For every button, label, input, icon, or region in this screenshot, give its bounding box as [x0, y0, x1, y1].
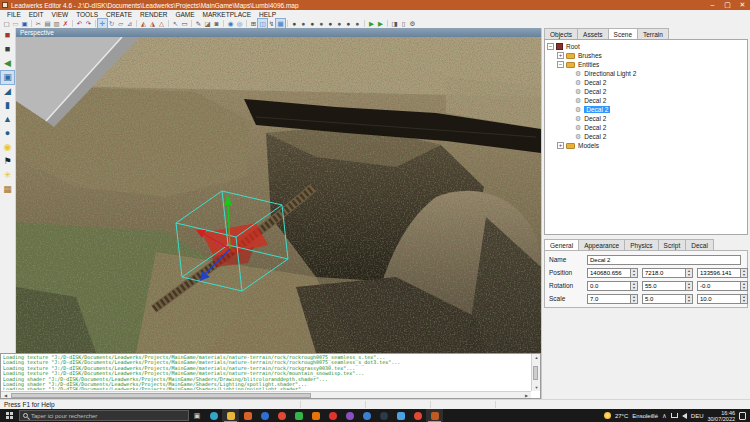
taskbar-app-edge[interactable]	[205, 409, 222, 422]
expander-icon[interactable]: +	[557, 52, 564, 59]
taskbar-app-chrome-profile[interactable]	[409, 409, 426, 422]
tree-item-decal[interactable]: ⚙ Decal 2	[545, 87, 747, 96]
tab-objects[interactable]: Objects	[544, 28, 578, 39]
face-mode-icon[interactable]: △	[157, 19, 166, 28]
spin-down-icon[interactable]: ▼	[741, 299, 747, 304]
minimize-button[interactable]: –	[705, 0, 720, 10]
window-icon[interactable]: ▯	[399, 19, 408, 28]
tab-scene[interactable]: Scene	[608, 28, 638, 39]
spinner[interactable]: ▲▼	[631, 268, 638, 278]
maximize-button[interactable]: ▢	[720, 0, 735, 10]
run-debug-icon[interactable]: ▶	[376, 19, 385, 28]
publish-icon[interactable]: ◨	[390, 19, 399, 28]
spinner[interactable]: ▲▼	[741, 268, 748, 278]
edge-mode-icon[interactable]: ◮	[148, 19, 157, 28]
menu-render[interactable]: RENDER	[136, 10, 171, 19]
menu-edit[interactable]: EDIT	[25, 10, 48, 19]
spin-down-icon[interactable]: ▼	[741, 286, 747, 291]
taskbar-app-weather[interactable]	[256, 409, 273, 422]
taskbar-app-whatsapp[interactable]	[290, 409, 307, 422]
tree-item-decal[interactable]: ⚙ Decal 2	[545, 96, 747, 105]
undo-icon[interactable]: ↶	[75, 19, 84, 28]
layout-icon[interactable]: ◫	[258, 19, 267, 28]
shading-sphere-icon[interactable]: ●	[353, 19, 362, 28]
shading-sphere-icon[interactable]: ●	[335, 19, 344, 28]
position-z-field[interactable]	[697, 268, 741, 278]
shading-sphere-icon[interactable]: ●	[299, 19, 308, 28]
delete-icon[interactable]: ✗	[61, 19, 70, 28]
tree-item-decal-selected[interactable]: ⚙ Decal 2	[545, 105, 747, 114]
spinner[interactable]: ▲▼	[741, 294, 748, 304]
tab-appearance[interactable]: Appearance	[578, 239, 625, 250]
fill-icon[interactable]: ◪	[203, 19, 212, 28]
paste-icon[interactable]: ▥	[52, 19, 61, 28]
network-icon[interactable]	[671, 413, 678, 418]
tree-item-entities[interactable]: − Entities	[545, 60, 747, 69]
arrow-tool-icon[interactable]: ◀	[1, 57, 14, 70]
expander-icon[interactable]: +	[557, 142, 564, 149]
tab-script[interactable]: Script	[658, 239, 687, 250]
cone-primitive-icon[interactable]: ▲	[1, 113, 14, 126]
save-icon[interactable]: ▣	[20, 19, 29, 28]
pivot-entity-icon[interactable]: ⚑	[1, 155, 14, 168]
zoom-out-icon[interactable]: ◎	[235, 19, 244, 28]
vertex-mode-icon[interactable]: ◭	[139, 19, 148, 28]
spinner[interactable]: ▲▼	[686, 281, 693, 291]
menu-file[interactable]: FILE	[3, 10, 25, 19]
grid-icon[interactable]: ▦	[276, 19, 285, 28]
emitter-entity-icon[interactable]: ✳	[1, 169, 14, 182]
spin-down-icon[interactable]: ▼	[631, 273, 637, 278]
tab-assets[interactable]: Assets	[577, 28, 609, 39]
camera-icon[interactable]: ↯	[267, 19, 276, 28]
scale-z-field[interactable]	[697, 294, 741, 304]
name-field[interactable]	[587, 255, 741, 265]
spinner[interactable]: ▲▼	[741, 281, 748, 291]
tray-temperature[interactable]: 27°C	[615, 413, 628, 419]
scale-icon[interactable]: ▱	[116, 19, 125, 28]
menu-marketplace[interactable]: MARKETPLACE	[199, 10, 255, 19]
tab-general[interactable]: General	[544, 239, 579, 250]
shading-sphere-icon[interactable]: ●	[317, 19, 326, 28]
subtract-brush-icon[interactable]: ■	[1, 43, 14, 56]
spin-down-icon[interactable]: ▼	[686, 286, 692, 291]
menu-view[interactable]: VIEW	[48, 10, 73, 19]
tree-item-root[interactable]: − Root	[545, 42, 747, 51]
tree-item-decal[interactable]: ⚙ Decal 2	[545, 114, 747, 123]
tree-item-decal[interactable]: ⚙ Decal 2	[545, 78, 747, 87]
rotation-y-field[interactable]	[642, 281, 686, 291]
volume-icon[interactable]	[682, 413, 687, 419]
tree-item-models[interactable]: + Models	[545, 141, 747, 150]
notification-center-icon[interactable]	[739, 412, 746, 420]
tray-weather-condition[interactable]: Ensoleillé	[632, 413, 658, 419]
scroll-up-icon[interactable]: ▲	[532, 354, 541, 361]
shading-sphere-icon[interactable]: ●	[344, 19, 353, 28]
scroll-right-icon[interactable]: ▶	[522, 392, 531, 399]
rotation-z-field[interactable]	[697, 281, 741, 291]
taskbar-app-chrome[interactable]	[273, 409, 290, 422]
options-gear-icon[interactable]: ⚙	[408, 19, 417, 28]
run-game-icon[interactable]: ▶	[367, 19, 376, 28]
expander-icon[interactable]: −	[547, 43, 554, 50]
spinner[interactable]: ▲▼	[686, 268, 693, 278]
perspective-viewport[interactable]: Perspective	[16, 28, 541, 353]
tab-decal[interactable]: Decal	[685, 239, 714, 250]
zoom-in-icon[interactable]: ◉	[226, 19, 235, 28]
spin-down-icon[interactable]: ▼	[686, 273, 692, 278]
scroll-thumb[interactable]	[11, 393, 311, 398]
new-file-icon[interactable]: ▢	[2, 19, 11, 28]
open-folder-icon[interactable]: ▭	[11, 19, 20, 28]
sphere-primitive-icon[interactable]: ●	[1, 127, 14, 140]
taskbar-app-file-explorer[interactable]	[222, 409, 239, 422]
scroll-left-icon[interactable]: ◀	[1, 392, 10, 399]
taskbar-clock[interactable]: 16:46 30/07/2022	[707, 410, 735, 422]
spinner[interactable]: ▲▼	[631, 294, 638, 304]
taskbar-app-vlc[interactable]	[307, 409, 324, 422]
spin-down-icon[interactable]: ▼	[631, 286, 637, 291]
tree-item-directional-light[interactable]: ⚙ Directional Light 2	[545, 69, 747, 78]
box-brush-icon[interactable]: ■	[1, 29, 14, 42]
cylinder-primitive-icon[interactable]: ▮	[1, 99, 14, 112]
menu-create[interactable]: CREATE	[102, 10, 136, 19]
spinner[interactable]: ▲▼	[686, 294, 693, 304]
taskbar-app-leadwerks[interactable]	[426, 409, 443, 422]
copy-icon[interactable]: ▤	[43, 19, 52, 28]
